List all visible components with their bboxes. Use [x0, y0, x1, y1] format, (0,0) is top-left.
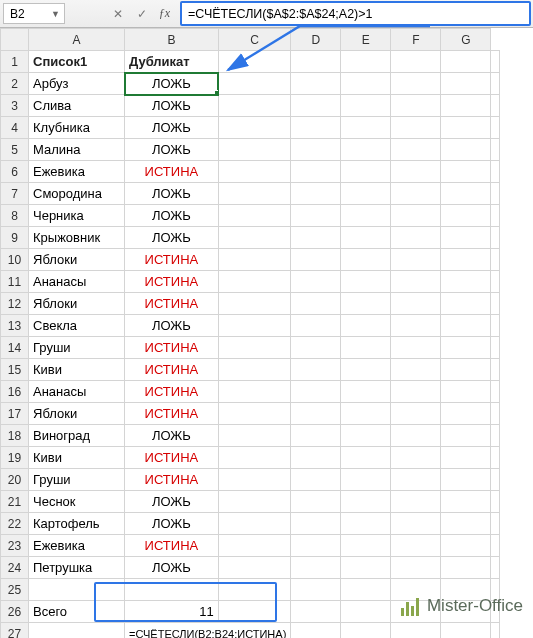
cell[interactable]: [441, 359, 491, 381]
row-header[interactable]: 24: [1, 557, 29, 579]
cell[interactable]: [491, 73, 500, 95]
cell[interactable]: ИСТИНА: [125, 359, 219, 381]
row-header[interactable]: 6: [1, 161, 29, 183]
cell[interactable]: =СЧЁТЕСЛИ(B2:B24;ИСТИНА): [125, 623, 291, 639]
cell[interactable]: [441, 139, 491, 161]
cell[interactable]: [341, 579, 391, 601]
cell[interactable]: [341, 139, 391, 161]
cell[interactable]: Виноград: [29, 425, 125, 447]
cell[interactable]: [218, 73, 291, 95]
cell[interactable]: [491, 469, 500, 491]
cell[interactable]: ЛОЖЬ: [125, 315, 219, 337]
cell[interactable]: Чеснок: [29, 491, 125, 513]
cell[interactable]: [491, 535, 500, 557]
cell[interactable]: [491, 95, 500, 117]
cell[interactable]: [391, 447, 441, 469]
row-header[interactable]: 23: [1, 535, 29, 557]
cell[interactable]: [391, 139, 441, 161]
cell[interactable]: [441, 249, 491, 271]
cell[interactable]: [218, 271, 291, 293]
cell[interactable]: Список1: [29, 51, 125, 73]
row-header[interactable]: 21: [1, 491, 29, 513]
cell[interactable]: ИСТИНА: [125, 469, 219, 491]
cell[interactable]: [218, 557, 291, 579]
cell[interactable]: [291, 139, 341, 161]
cell[interactable]: [441, 293, 491, 315]
cell[interactable]: [441, 95, 491, 117]
cell[interactable]: [291, 315, 341, 337]
cell[interactable]: [391, 469, 441, 491]
cell[interactable]: [218, 183, 291, 205]
cell[interactable]: [341, 491, 391, 513]
cell[interactable]: Ежевика: [29, 535, 125, 557]
cell[interactable]: [391, 95, 441, 117]
cell[interactable]: [291, 601, 341, 623]
cell[interactable]: [491, 381, 500, 403]
cell[interactable]: [341, 161, 391, 183]
cell[interactable]: [291, 271, 341, 293]
cell[interactable]: [218, 513, 291, 535]
row-header[interactable]: 7: [1, 183, 29, 205]
formula-input[interactable]: =СЧЁТЕСЛИ($A$2:$A$24;A2)>1: [180, 1, 531, 26]
row-header[interactable]: 5: [1, 139, 29, 161]
cell[interactable]: [218, 447, 291, 469]
row-header[interactable]: 15: [1, 359, 29, 381]
row-header[interactable]: 13: [1, 315, 29, 337]
cell[interactable]: [391, 623, 441, 639]
cell[interactable]: [441, 535, 491, 557]
cell[interactable]: [341, 513, 391, 535]
col-header-D[interactable]: D: [291, 29, 341, 51]
row-header[interactable]: 4: [1, 117, 29, 139]
cell[interactable]: Яблоки: [29, 403, 125, 425]
cell[interactable]: [441, 447, 491, 469]
accept-icon[interactable]: ✓: [135, 7, 149, 21]
cell[interactable]: [391, 117, 441, 139]
row-header[interactable]: 14: [1, 337, 29, 359]
col-header-F[interactable]: F: [391, 29, 441, 51]
cell[interactable]: [341, 535, 391, 557]
cell[interactable]: [341, 293, 391, 315]
cell[interactable]: [441, 623, 491, 639]
cell[interactable]: [391, 161, 441, 183]
cell[interactable]: Ежевика: [29, 161, 125, 183]
cell[interactable]: Груши: [29, 469, 125, 491]
cell[interactable]: [491, 359, 500, 381]
cell[interactable]: [491, 623, 500, 639]
cell[interactable]: [291, 337, 341, 359]
cell[interactable]: [391, 315, 441, 337]
cell[interactable]: [341, 73, 391, 95]
cell[interactable]: ИСТИНА: [125, 271, 219, 293]
cell[interactable]: [441, 183, 491, 205]
row-header[interactable]: 16: [1, 381, 29, 403]
cell[interactable]: [341, 403, 391, 425]
cell[interactable]: [291, 183, 341, 205]
cell[interactable]: [491, 161, 500, 183]
cell[interactable]: [341, 117, 391, 139]
cell[interactable]: [491, 249, 500, 271]
cell[interactable]: [291, 381, 341, 403]
cell[interactable]: Картофель: [29, 513, 125, 535]
cancel-icon[interactable]: ✕: [111, 7, 125, 21]
cell[interactable]: [441, 51, 491, 73]
cell[interactable]: [391, 403, 441, 425]
cell[interactable]: [441, 513, 491, 535]
cell[interactable]: [291, 579, 341, 601]
cell[interactable]: [291, 403, 341, 425]
cell[interactable]: [218, 403, 291, 425]
cell[interactable]: [341, 469, 391, 491]
cell[interactable]: [218, 359, 291, 381]
cell[interactable]: Ананасы: [29, 381, 125, 403]
cell[interactable]: [491, 117, 500, 139]
cell[interactable]: [341, 183, 391, 205]
cell[interactable]: [391, 183, 441, 205]
cell[interactable]: [391, 337, 441, 359]
cell[interactable]: Дубликат: [125, 51, 219, 73]
cell[interactable]: [218, 469, 291, 491]
cell[interactable]: [391, 51, 441, 73]
row-header[interactable]: 27: [1, 623, 29, 639]
cell[interactable]: [291, 73, 341, 95]
cell[interactable]: [291, 117, 341, 139]
cell[interactable]: [491, 557, 500, 579]
cell[interactable]: [341, 623, 391, 639]
cell[interactable]: [491, 337, 500, 359]
